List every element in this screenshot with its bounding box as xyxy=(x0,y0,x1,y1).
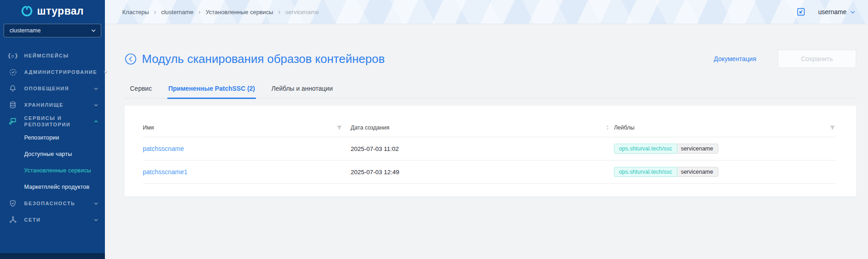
braces-icon: {▫} xyxy=(7,52,18,59)
breadcrumb-clustername[interactable]: clustername xyxy=(161,9,193,16)
shturval-wheel-icon xyxy=(21,5,33,17)
chevron-up-icon xyxy=(94,119,99,124)
column-label: Имя xyxy=(143,124,154,131)
topbar-right: username xyxy=(796,7,856,17)
submenu-label: Доступные чарты xyxy=(24,151,72,157)
sidebar-nav: {▫} НЕЙМСПЕЙСЫ АДМИНИСТРИРОВАНИЕ xyxy=(0,47,105,228)
save-button[interactable]: Сохранить xyxy=(778,50,856,68)
sidebar-item-product-marketplace[interactable]: Маркетплейс продуктов xyxy=(0,179,105,195)
submenu-label: Установленные сервисы xyxy=(24,167,91,174)
page-title: Модуль сканирования образов контейнеров xyxy=(142,51,385,67)
open-in-window-icon[interactable] xyxy=(796,7,806,17)
sidebar-item-security[interactable]: БЕЗОПАСНОСТЬ xyxy=(0,195,105,212)
chevron-down-icon xyxy=(94,103,99,108)
tab-labels-annotations[interactable]: Лейблы и аннотации xyxy=(270,85,333,99)
filter-icon[interactable] xyxy=(336,124,343,131)
user-menu[interactable]: username xyxy=(818,8,856,16)
breadcrumb-installed-services[interactable]: Установленные сервисы xyxy=(206,9,273,16)
patchssc-name-link[interactable]: patchsscname1 xyxy=(143,168,187,176)
bell-icon xyxy=(7,84,18,93)
created-date: 2025-07-03 11:02 xyxy=(351,145,614,152)
breadcrumb: Кластеры › clustername › Установленные с… xyxy=(122,9,319,16)
column-label: Дата создания xyxy=(351,124,390,131)
table-row: patchsscname1 2025-07-03 12:49 ops.shtur… xyxy=(143,161,836,184)
title-actions: Документация Сохранить xyxy=(714,50,856,68)
label-value-chip: servicename xyxy=(676,167,718,177)
sidebar-item-namespaces[interactable]: {▫} НЕЙМСПЕЙСЫ xyxy=(0,47,105,64)
breadcrumb-servicename: servicename xyxy=(286,9,319,16)
column-header-name: Имя xyxy=(143,124,351,137)
chevron-right-icon: › xyxy=(154,9,156,15)
chevron-right-icon: › xyxy=(278,9,281,15)
sidebar-item-networks[interactable]: СЕТИ xyxy=(0,212,105,228)
chevron-down-icon xyxy=(94,201,99,206)
topbar: Кластеры › clustername › Установленные с… xyxy=(105,0,868,24)
cluster-select[interactable]: clustername xyxy=(4,24,101,37)
sidebar-item-services-repositories[interactable]: СЕРВИСЫ И РЕПОЗИТОРИИ xyxy=(0,113,105,130)
column-header-labels: Лейблы xyxy=(614,124,836,137)
column-label: Лейблы xyxy=(614,124,634,131)
sidebar-item-label: СЕРВИСЫ И РЕПОЗИТОРИИ xyxy=(24,115,88,128)
sidebar-item-label: БЕЗОПАСНОСТЬ xyxy=(24,200,88,207)
sidebar-item-alerts[interactable]: ОПОВЕЩЕНИЯ xyxy=(0,80,105,97)
column-header-created: Дата создания xyxy=(351,124,614,137)
chevron-down-icon xyxy=(103,70,108,75)
table-row: patchsscname 2025-07-03 11:02 ops.shturv… xyxy=(143,137,836,161)
sidebar-item-label: СЕТИ xyxy=(24,217,88,223)
sidebar-item-repositories[interactable]: Репозитории xyxy=(0,130,105,146)
filter-icon[interactable] xyxy=(829,124,836,131)
created-date: 2025-07-03 12:49 xyxy=(351,169,614,176)
label-key-chip: ops.shturval.tech/ssc xyxy=(614,167,677,177)
logo: штурвал xyxy=(0,0,105,16)
back-button[interactable] xyxy=(125,53,137,65)
sidebar-item-installed-services[interactable]: Установленные сервисы xyxy=(0,162,105,179)
services-icon xyxy=(7,117,18,126)
submenu-label: Маркетплейс продуктов xyxy=(24,184,89,190)
username-label: username xyxy=(818,8,847,16)
sidebar-item-available-charts[interactable]: Доступные чарты xyxy=(0,146,105,162)
submenu-label: Репозитории xyxy=(24,135,59,141)
sidebar-item-storage[interactable]: ХРАНИЛИЩЕ xyxy=(0,97,105,113)
chevron-down-icon xyxy=(91,28,96,33)
sidebar-item-administration[interactable]: АДМИНИСТРИРОВАНИЕ xyxy=(0,64,105,80)
sidebar-footer-bar xyxy=(0,253,105,259)
chevron-right-icon: › xyxy=(198,9,201,15)
label-key-chip: ops.shturval.tech/ssc xyxy=(614,144,677,154)
sidebar-item-label: ОПОВЕЩЕНИЯ xyxy=(24,85,88,92)
shield-icon xyxy=(7,199,18,207)
table-header-row: Имя Дата создания Лейблы xyxy=(143,106,836,137)
database-icon xyxy=(7,101,18,109)
tabs: Сервис Примененные PatchSSC (2) Лейблы и… xyxy=(125,85,856,98)
documentation-link[interactable]: Документация xyxy=(714,55,756,62)
labels-cell: ops.shturval.tech/ssc servicename xyxy=(614,144,836,154)
label-value-chip: servicename xyxy=(676,144,718,154)
tab-applied-patchssc[interactable]: Примененные PatchSSC (2) xyxy=(167,85,256,99)
main-area: Кластеры › clustername › Установленные с… xyxy=(105,0,868,259)
gear-icon xyxy=(7,68,18,77)
sidebar-item-label: НЕЙМСПЕЙСЫ xyxy=(24,52,99,59)
patchssc-table-card: Имя Дата создания Лейблы xyxy=(125,106,856,197)
chevron-down-icon xyxy=(850,9,856,15)
chevron-down-icon xyxy=(94,86,99,91)
cluster-select-value: clustername xyxy=(10,27,91,34)
logo-text: штурвал xyxy=(37,5,83,17)
title-row: Модуль сканирования образов контейнеров … xyxy=(125,50,856,68)
page-content: Модуль сканирования образов контейнеров … xyxy=(105,24,868,197)
patchssc-name-link[interactable]: patchsscname xyxy=(143,145,184,152)
labels-cell: ops.shturval.tech/ssc servicename xyxy=(614,167,836,177)
sort-icon[interactable] xyxy=(605,124,610,131)
chevron-down-icon xyxy=(94,218,99,223)
breadcrumb-clusters[interactable]: Кластеры xyxy=(122,9,149,16)
network-icon xyxy=(7,216,18,224)
sidebar-item-label: ХРАНИЛИЩЕ xyxy=(24,102,88,108)
sidebar-item-label: АДМИНИСТРИРОВАНИЕ xyxy=(24,69,97,75)
tab-service[interactable]: Сервис xyxy=(129,85,153,99)
sidebar: штурвал clustername {▫} НЕЙМСПЕЙСЫ АДМИН… xyxy=(0,0,105,259)
